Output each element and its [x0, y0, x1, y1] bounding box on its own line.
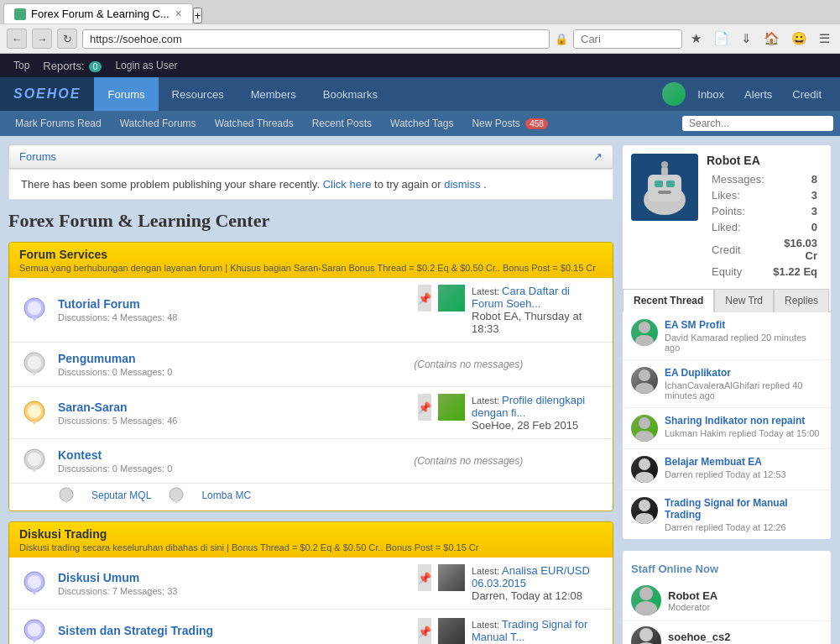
menu-button[interactable]: ☰ [816, 29, 833, 48]
thread-title-link[interactable]: Sharing Indikator non repaint [665, 415, 822, 427]
sidebar-tabs: Recent Thread New Trd Replies [623, 289, 831, 312]
nav-bookmarks[interactable]: Bookmarks [310, 77, 391, 111]
forum-latest-text: Latest: Analisa EUR/USD 06.03.2015 Darre… [472, 564, 603, 602]
login-as-user-link[interactable]: Login as User [108, 60, 184, 71]
forum-latest-inner: 📌 Latest: Profile dilengkapi dengan fi..… [418, 394, 603, 432]
forum-name-link[interactable]: Tutorial Forum [58, 297, 410, 311]
svg-point-33 [635, 383, 654, 394]
nav-inbox[interactable]: Inbox [689, 88, 733, 101]
breadcrumb-forums-link[interactable]: Forums [19, 150, 56, 163]
latest-thread-link[interactable]: Analisa EUR/USD 06.03.2015 [472, 564, 590, 589]
watched-threads-link[interactable]: Watched Threads [206, 115, 302, 132]
thread-title-link[interactable]: Belajar Membuat EA [665, 456, 822, 468]
thread-title-link[interactable]: Trading Signal for Manual Trading [665, 497, 822, 521]
address-bar[interactable] [82, 29, 550, 49]
sub-nav-search-input[interactable] [682, 116, 833, 131]
forum-name-link[interactable]: Sistem dan Strategi Trading [58, 624, 410, 637]
nav-credit[interactable]: Credit [784, 88, 830, 101]
svg-rect-24 [648, 175, 681, 202]
thread-title-link[interactable]: EA Duplikator [665, 367, 822, 379]
forum-name-link[interactable]: Pengumuman [58, 352, 326, 365]
svg-marker-13 [64, 500, 69, 504]
reader-button[interactable]: 📄 [710, 29, 733, 48]
svg-marker-18 [31, 590, 38, 595]
alert-suffix: to try again or [374, 178, 444, 191]
stat-value: 8 [770, 172, 821, 186]
stat-row: Points: 3 [708, 204, 821, 218]
browser-chrome: Forex Forum & Learning C... ✕ + ← → ↻ 🔒 … [0, 0, 840, 54]
reports-link[interactable]: Reports: 0 [36, 60, 108, 72]
site-logo: SOEHOE [0, 77, 94, 111]
expand-icon[interactable]: ↗ [593, 150, 603, 163]
forum-stats: Discussions: 0 Messages: 0 [58, 463, 326, 474]
nav-forums[interactable]: Forums [94, 77, 158, 111]
forum-name-link[interactable]: Saran-Saran [58, 401, 410, 414]
svg-point-32 [639, 369, 650, 381]
refresh-button[interactable]: ↻ [57, 29, 77, 49]
latest-thread-link[interactable]: Profile dilengkapi dengan fi... [472, 394, 585, 419]
forum-latest: 📌 Latest: Cara Daftar di Forum Soeh... R… [418, 285, 603, 335]
thread-info: EA SM Profit David Kamarad replied 20 mi… [665, 319, 822, 353]
alert-bar: There has been some problem publishing y… [8, 169, 613, 200]
top-link[interactable]: Top [7, 60, 36, 71]
forum-row: Pengumuman Discussions: 0 Messages: 0 (C… [9, 343, 613, 387]
forum-name-link[interactable]: Diskusi Umum [58, 571, 410, 584]
forum-latest-text: Latest: Trading Signal for Manual T... [472, 618, 603, 643]
tab-close-button[interactable]: ✕ [175, 8, 182, 19]
nav-resources[interactable]: Resources [159, 77, 237, 111]
back-button[interactable]: ← [7, 29, 27, 49]
watched-tags-link[interactable]: Watched Tags [382, 115, 462, 132]
sidebar-robot-avatar [631, 154, 698, 221]
subforum-lomba-mc-link[interactable]: Lomba MC [201, 487, 251, 504]
forum-services-section: Forum Services Semua yang berhubungan de… [8, 242, 613, 511]
nav-alerts[interactable]: Alerts [736, 88, 780, 101]
browser-tabs: Forex Forum & Learning C... ✕ + [0, 0, 840, 24]
latest-thread-link[interactable]: Cara Daftar di Forum Soeh... [472, 285, 570, 310]
recent-posts-link[interactable]: Recent Posts [304, 115, 380, 132]
sidebar-username: Robot EA [707, 154, 822, 167]
staff-info: Robot EA Moderator [668, 589, 717, 612]
new-posts-link[interactable]: New Posts 458 [463, 115, 556, 132]
alert-click-here-link[interactable]: Click here [323, 178, 372, 191]
diskusi-trading-section: Diskusi Trading Diskusi trading secara k… [8, 521, 613, 644]
user-button[interactable]: 😀 [788, 29, 811, 48]
tab-recent-thread[interactable]: Recent Thread [623, 289, 714, 312]
browser-search-input[interactable] [573, 29, 682, 49]
diskusi-trading-body: Diskusi Umum Discussions: 7 Messages: 33… [9, 558, 613, 644]
forum-stats: Discussions: 7 Messages: 33 [58, 586, 410, 596]
bookmark-button[interactable]: ★ [687, 29, 705, 48]
svg-point-35 [635, 431, 654, 442]
forum-stats: Discussions: 5 Messages: 46 [58, 416, 410, 426]
list-item: EA SM Profit David Kamarad replied 20 mi… [623, 312, 831, 360]
svg-rect-25 [655, 181, 663, 187]
forum-icon [19, 568, 50, 599]
latest-user: Darren, Today at 12:08 [472, 589, 582, 602]
active-tab[interactable]: Forex Forum & Learning C... ✕ [3, 3, 193, 24]
sidebar-user-info: Robot EA Messages: 8 Likes: 3 [707, 154, 822, 280]
svg-point-38 [639, 500, 650, 511]
download-button[interactable]: ⇓ [738, 29, 755, 48]
latest-thread-link[interactable]: Trading Signal for Manual T... [472, 618, 587, 643]
svg-point-14 [170, 488, 183, 501]
mark-forums-read-link[interactable]: Mark Forums Read [7, 115, 110, 132]
svg-point-4 [28, 356, 41, 369]
stat-row: Messages: 8 [708, 172, 821, 186]
stat-label: Messages: [708, 172, 768, 186]
tab-replies[interactable]: Replies [774, 289, 829, 312]
forum-row: Tutorial Forum Discussions: 4 Messages: … [9, 278, 613, 343]
new-tab-button[interactable]: + [193, 8, 203, 24]
site-wrapper: Top Reports: 0 Login as User SOEHOE Foru… [0, 54, 840, 644]
thread-title-link[interactable]: EA SM Profit [665, 319, 822, 331]
tab-new-trd[interactable]: New Trd [714, 289, 774, 312]
watched-forums-link[interactable]: Watched Forums [112, 115, 205, 132]
nav-members[interactable]: Members [237, 77, 310, 111]
forum-latest-text: Latest: Cara Daftar di Forum Soeh... Rob… [472, 285, 603, 335]
subforum-seputar-mql-link[interactable]: Seputar MQL [91, 487, 151, 504]
forum-name-link[interactable]: Kontest [58, 448, 326, 462]
forum-info: Pengumuman Discussions: 0 Messages: 0 [58, 352, 326, 377]
list-item: Sharing Indikator non repaint Lukman Hak… [623, 408, 831, 449]
forward-button[interactable]: → [32, 29, 52, 49]
staff-item: Robot EA Moderator [623, 580, 831, 621]
alert-dismiss-link[interactable]: dismiss [444, 178, 480, 191]
home-button[interactable]: 🏠 [760, 29, 783, 48]
